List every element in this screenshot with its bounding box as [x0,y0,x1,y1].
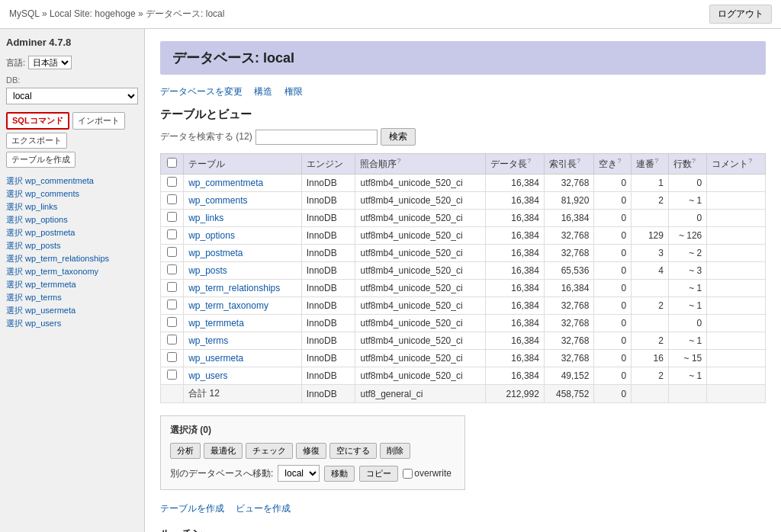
row-collation: utf8mb4_unicode_520_ci [355,192,486,210]
table-link[interactable]: wp_terms [188,335,228,346]
lang-label: 言語: [6,57,25,69]
row-checkbox[interactable] [167,194,177,204]
sidebar-select-wp-termmeta[interactable]: 選択 wp_termmeta [6,280,76,289]
row-checkbox-cell [161,280,184,297]
row-checkbox[interactable] [167,212,177,222]
create-table-link[interactable]: テーブルを作成 [160,503,224,514]
sql-command-button[interactable]: SQLコマンド [6,112,69,130]
truncate-button[interactable]: 空にする [329,443,377,459]
import-button[interactable]: インポート [72,112,125,130]
row-data-free: 0 [594,367,632,385]
row-checkbox[interactable] [167,352,177,362]
list-item: 選択 wp_term_relationships [6,253,138,264]
drop-button[interactable]: 削除 [380,443,410,459]
sidebar-select-wp-posts[interactable]: 選択 wp_posts [6,241,61,250]
repair-button[interactable]: 修復 [296,443,326,459]
sidebar-select-wp-commentmeta[interactable]: 選択 wp_commentmeta [6,176,94,185]
breadcrumb-site[interactable]: Local Site: hogehoge [50,8,136,19]
row-engine: InnoDB [301,245,355,262]
sidebar-select-wp-term-relationships[interactable]: 選択 wp_term_relationships [6,254,109,263]
row-checkbox-cell [161,175,184,192]
row-comment [707,350,766,367]
list-item: 選択 wp_comments [6,188,138,200]
row-autoincrement: 2 [632,367,669,385]
sidebar-select-wp-comments[interactable]: 選択 wp_comments [6,189,79,198]
row-checkbox[interactable] [167,282,177,292]
table-row: wp_term_taxonomy InnoDB utf8mb4_unicode_… [161,297,766,315]
export-button[interactable]: エクスポート [6,133,67,149]
row-data-length: 16,384 [486,297,545,315]
col-header-index-length: 索引長? [544,154,593,175]
row-checkbox[interactable] [167,370,177,380]
create-table-sidebar-button[interactable]: テーブルを作成 [6,152,76,168]
change-db-link[interactable]: データベースを変更 [160,86,243,97]
col-header-engine: エンジン [301,154,355,175]
breadcrumb: MySQL » Local Site: hogehoge » データベース: l… [9,8,224,21]
table-link[interactable]: wp_term_relationships [188,283,280,293]
row-checkbox[interactable] [167,264,177,274]
copy-button[interactable]: コピー [359,466,398,482]
sidebar-select-wp-postmeta[interactable]: 選択 wp_postmeta [6,228,75,237]
row-rows: ~ 2 [668,245,706,262]
selection-actions: 分析 最適化 チェック 修復 空にする 削除 [170,443,455,459]
table-link[interactable]: wp_users [188,370,227,381]
row-table-name: wp_termmeta [184,315,301,332]
create-view-link[interactable]: ビューを作成 [236,503,291,514]
row-engine: InnoDB [301,280,355,297]
db-nav-links: データベースを変更 構造 権限 [160,85,766,98]
sidebar-select-wp-terms[interactable]: 選択 wp_terms [6,293,62,302]
row-checkbox-cell [161,227,184,245]
selection-box: 選択済 (0) 分析 最適化 チェック 修復 空にする 削除 別のデータベースへ… [160,415,465,490]
row-data-length: 16,384 [486,227,545,245]
page-title: データベース: local [172,49,754,67]
table-link[interactable]: wp_links [188,213,223,223]
total-comment [707,385,766,403]
check-button[interactable]: チェック [246,443,293,459]
select-all-checkbox[interactable] [167,158,177,168]
sidebar-select-wp-term-taxonomy[interactable]: 選択 wp_term_taxonomy [6,267,98,276]
search-input[interactable] [256,130,378,145]
row-comment [707,227,766,245]
row-checkbox[interactable] [167,229,177,239]
sidebar-select-wp-links[interactable]: 選択 wp_links [6,202,57,211]
privileges-link[interactable]: 権限 [284,86,303,97]
breadcrumb-mysql[interactable]: MySQL [9,8,40,19]
sidebar-select-wp-options[interactable]: 選択 wp_options [6,215,68,224]
move-db-select[interactable]: local [278,465,320,482]
row-checkbox[interactable] [167,300,177,309]
row-checkbox[interactable] [167,317,177,327]
row-data-length: 16,384 [486,280,545,297]
search-button[interactable]: 検索 [381,128,416,146]
row-autoincrement [632,210,669,227]
table-link[interactable]: wp_termmeta [188,318,244,328]
sidebar-select-wp-usermeta[interactable]: 選択 wp_usermeta [6,306,76,315]
move-button[interactable]: 移動 [324,466,355,482]
row-checkbox-cell [161,332,184,350]
sidebar-select-wp-users[interactable]: 選択 wp_users [6,319,61,328]
table-link[interactable]: wp_options [188,230,235,241]
structure-link[interactable]: 構造 [254,86,272,97]
language-row: 言語: 日本語 [6,56,138,69]
row-table-name: wp_terms [184,332,301,350]
row-engine: InnoDB [301,367,355,385]
analyze-button[interactable]: 分析 [170,443,201,459]
table-link[interactable]: wp_usermeta [188,353,243,364]
database-select[interactable]: local [6,88,138,104]
language-select[interactable]: 日本語 [28,56,72,69]
row-autoincrement: 1 [632,175,669,192]
row-checkbox[interactable] [167,247,177,257]
routine-heading: ルーチン [160,527,766,532]
optimize-button[interactable]: 最適化 [204,443,243,459]
table-link[interactable]: wp_term_taxonomy [188,300,268,311]
table-link[interactable]: wp_comments [188,195,247,206]
table-row: wp_options InnoDB utf8mb4_unicode_520_ci… [161,227,766,245]
table-link[interactable]: wp_postmeta [188,248,243,258]
row-checkbox[interactable] [167,335,177,345]
table-link[interactable]: wp_posts [188,265,227,276]
logout-button[interactable]: ログアウト [709,5,772,24]
table-link[interactable]: wp_commentmeta [188,178,263,188]
row-checkbox[interactable] [167,177,177,187]
breadcrumb-db: データベース: local [146,8,224,19]
row-index-length: 32,768 [544,245,593,262]
overwrite-checkbox[interactable] [403,469,413,479]
